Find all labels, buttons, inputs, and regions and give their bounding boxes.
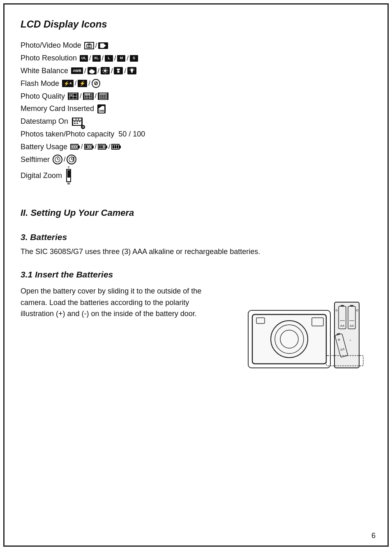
list-item: Photo/Video Mode / <box>21 39 371 51</box>
svg-rect-34 <box>70 94 72 96</box>
res-ul-icon: UL <box>80 55 88 62</box>
list-item: Selftimer / <box>21 154 371 166</box>
camera-illustration: AA AA AA + - <box>232 286 371 401</box>
separator: / <box>95 40 97 51</box>
list-item: Photo Quality / / <box>21 90 371 102</box>
svg-point-9 <box>90 69 93 72</box>
item-label: Digital Zoom <box>21 170 62 182</box>
svg-line-16 <box>106 72 107 73</box>
list-item: Flash Mode ⚡A / ⚡ / ⊘ <box>21 78 371 90</box>
svg-rect-24 <box>131 72 133 72</box>
svg-point-10 <box>104 69 106 72</box>
separator: / <box>111 66 113 76</box>
svg-rect-89 <box>341 305 344 307</box>
datestamp-icon <box>72 118 83 126</box>
separator: / <box>80 91 81 102</box>
svg-rect-19 <box>117 69 120 70</box>
item-label: Photo Resolution <box>21 52 77 64</box>
camera-image: AA AA AA + - <box>232 286 371 404</box>
wb-cloud-icon <box>88 67 97 74</box>
svg-rect-93 <box>350 305 353 307</box>
svg-rect-3 <box>100 44 104 48</box>
camera-icon <box>84 42 94 49</box>
svg-rect-41 <box>87 94 90 95</box>
wb-incandescent-icon <box>127 67 136 74</box>
svg-rect-49 <box>100 94 101 95</box>
page-number: 6 <box>371 530 376 542</box>
flash-on-icon: ⚡ <box>78 80 87 87</box>
item-label: Photo Quality <box>21 90 65 102</box>
res-l-icon: L <box>105 55 113 62</box>
section4-title: 3.1 Insert the Batteries <box>21 268 371 282</box>
section3-body: The SIC 3608S/G7 uses three (3) AAA alka… <box>21 246 371 258</box>
svg-line-79 <box>74 160 74 162</box>
svg-line-18 <box>103 72 104 73</box>
svg-text:-: - <box>350 337 351 342</box>
battery-low-icon <box>84 144 94 150</box>
item-label: Photo/Video Mode <box>21 39 81 51</box>
svg-text:AA: AA <box>350 324 354 328</box>
separator: / <box>102 53 104 64</box>
list-item: Datestamp On d <box>21 116 371 127</box>
list-item: Photo Resolution UL / XL / L / M / S <box>21 52 371 64</box>
item-label: White Balance <box>21 65 68 77</box>
separator: / <box>124 66 126 76</box>
flash-auto-icon: ⚡A <box>62 80 74 87</box>
svg-line-73 <box>71 159 73 160</box>
separator: / <box>114 53 116 64</box>
battery-empty-icon <box>70 144 80 150</box>
res-m-icon: M <box>117 55 125 62</box>
wb-auto-icon: AWB <box>71 67 83 74</box>
battery-full-icon <box>111 144 121 150</box>
item-label: Photos taken/Photo capacity <box>21 128 114 140</box>
list-item: White Balance AWB / / <box>21 65 371 77</box>
svg-rect-81 <box>252 314 326 364</box>
section2-title: II. Setting Up Your Camera <box>21 206 371 220</box>
svg-text:+: + <box>338 337 340 342</box>
section4-body: Open the battery cover by sliding it to … <box>21 286 224 320</box>
item-label: Datestamp On <box>21 116 68 127</box>
quality-low-icon <box>98 92 108 100</box>
separator: / <box>98 66 99 76</box>
svg-rect-51 <box>104 94 105 95</box>
selftimer-icon1 <box>53 155 62 164</box>
section4-content: Open the battery cover by sliding it to … <box>21 286 371 404</box>
svg-rect-50 <box>101 94 103 95</box>
quality-high-icon <box>68 92 78 100</box>
section4-text: Open the battery cover by sliding it to … <box>21 286 224 324</box>
wb-sun-icon <box>101 67 110 74</box>
separator: / <box>89 53 91 64</box>
list-item: Digital Zoom T W <box>21 166 371 185</box>
svg-text:AA: AA <box>340 324 345 328</box>
item-label: Selftimer <box>21 154 50 166</box>
datestamp-dot: d <box>81 125 85 129</box>
separator: / <box>127 53 128 64</box>
svg-rect-40 <box>85 94 87 95</box>
wb-fluor-icon <box>114 67 123 74</box>
list-item: Battery Usage / / <box>21 141 371 153</box>
section1-title: LCD Display Icons <box>21 16 371 32</box>
list-item: Memory Card Inserted <box>21 103 371 115</box>
separator: / <box>84 66 86 76</box>
svg-line-27 <box>130 69 130 69</box>
item-label: Flash Mode <box>21 78 59 90</box>
svg-point-75 <box>73 157 74 159</box>
battery-med-icon <box>98 144 107 150</box>
svg-line-15 <box>103 69 104 69</box>
flash-off-icon: ⊘ <box>92 79 100 88</box>
res-s-icon: S <box>130 55 138 62</box>
res-xl-icon: XL <box>92 55 101 62</box>
svg-rect-62 <box>74 121 76 122</box>
item-label: Battery Usage <box>21 141 67 153</box>
svg-rect-65 <box>74 123 76 124</box>
video-icon <box>98 42 108 49</box>
item-label: Memory Card Inserted <box>21 103 94 115</box>
list-item: Photos taken/Photo capacity 50 / 100 <box>21 128 371 140</box>
svg-line-17 <box>106 69 107 69</box>
selftimer-icon2 <box>67 155 76 164</box>
svg-line-69 <box>58 159 59 160</box>
memory-card-icon <box>97 104 106 113</box>
icon-list: Photo/Video Mode / Photo Resolution UL /… <box>21 39 371 185</box>
photo-capacity-value: 50 / 100 <box>118 128 145 140</box>
svg-line-28 <box>134 69 134 69</box>
